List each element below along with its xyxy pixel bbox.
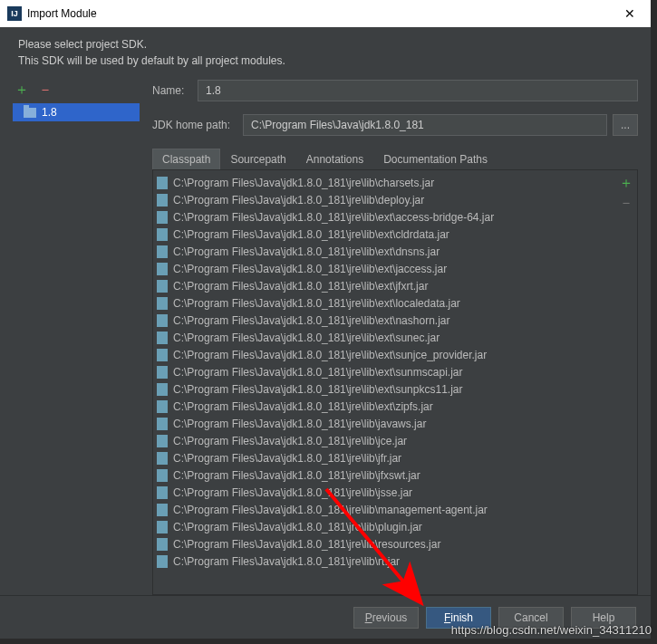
classpath-row[interactable]: C:\Program Files\Java\jdk1.8.0_181\jre\l… [153, 174, 615, 191]
instructions: Please select project SDK. This SDK will… [0, 27, 651, 80]
name-label: Name: [152, 84, 198, 97]
window-title: Import Module [27, 7, 616, 20]
jar-icon [157, 211, 168, 224]
classpath-row[interactable]: C:\Program Files\Java\jdk1.8.0_181\jre\l… [153, 501, 615, 518]
classpath-row[interactable]: C:\Program Files\Java\jdk1.8.0_181\jre\l… [153, 553, 615, 570]
classpath-path: C:\Program Files\Java\jdk1.8.0_181\jre\l… [173, 245, 440, 258]
classpath-path: C:\Program Files\Java\jdk1.8.0_181\jre\l… [173, 435, 407, 447]
classpath-row[interactable]: C:\Program Files\Java\jdk1.8.0_181\jre\l… [153, 277, 615, 294]
sdk-item-label: 1.8 [42, 106, 57, 119]
jar-icon [157, 263, 168, 275]
jar-icon [157, 452, 168, 465]
jar-icon [157, 349, 168, 361]
jdk-home-input[interactable] [243, 114, 607, 136]
tab-documentation-paths[interactable]: Documentation Paths [373, 149, 498, 169]
jar-icon [157, 383, 168, 396]
classpath-row[interactable]: C:\Program Files\Java\jdk1.8.0_181\jre\l… [153, 208, 615, 226]
classpath-path: C:\Program Files\Java\jdk1.8.0_181\jre\l… [173, 263, 447, 275]
classpath-path: C:\Program Files\Java\jdk1.8.0_181\jre\l… [173, 418, 426, 430]
previous-button[interactable]: Previous [353, 607, 419, 629]
name-input[interactable] [198, 80, 638, 101]
classpath-path: C:\Program Files\Java\jdk1.8.0_181\jre\l… [173, 521, 422, 533]
jar-icon [157, 400, 168, 413]
classpath-path: C:\Program Files\Java\jdk1.8.0_181\jre\l… [173, 538, 440, 551]
sdk-details-panel: Name: JDK home path: ... Classpath Sourc… [152, 80, 638, 595]
classpath-path: C:\Program Files\Java\jdk1.8.0_181\jre\l… [173, 297, 460, 310]
classpath-row[interactable]: C:\Program Files\Java\jdk1.8.0_181\jre\l… [153, 329, 615, 346]
name-row: Name: [152, 80, 638, 101]
jdk-home-label: JDK home path: [152, 119, 243, 131]
classpath-path: C:\Program Files\Java\jdk1.8.0_181\jre\l… [173, 194, 424, 207]
jar-icon [157, 521, 168, 533]
classpath-row[interactable]: C:\Program Files\Java\jdk1.8.0_181\jre\l… [153, 415, 615, 432]
classpath-row[interactable]: C:\Program Files\Java\jdk1.8.0_181\jre\l… [153, 432, 615, 449]
remove-sdk-icon[interactable]: － [38, 82, 53, 97]
watermark: https://blog.csdn.net/weixin_34311210 [451, 623, 652, 637]
classpath-path: C:\Program Files\Java\jdk1.8.0_181\jre\l… [173, 211, 494, 224]
classpath-row[interactable]: C:\Program Files\Java\jdk1.8.0_181\jre\l… [153, 260, 615, 277]
classpath-row[interactable]: C:\Program Files\Java\jdk1.8.0_181\jre\l… [153, 518, 615, 535]
classpath-row[interactable]: C:\Program Files\Java\jdk1.8.0_181\jre\l… [153, 398, 615, 415]
body-area: ＋ － 1.8 Name: JDK home path: ... Cl [0, 80, 651, 595]
classpath-path: C:\Program Files\Java\jdk1.8.0_181\jre\l… [173, 280, 428, 293]
jar-icon [157, 538, 168, 551]
jar-icon [157, 228, 168, 241]
classpath-row[interactable]: C:\Program Files\Java\jdk1.8.0_181\jre\l… [153, 312, 615, 329]
classpath-row[interactable]: C:\Program Files\Java\jdk1.8.0_181\jre\l… [153, 243, 615, 260]
classpath-path: C:\Program Files\Java\jdk1.8.0_181\jre\l… [173, 469, 420, 482]
classpath-row[interactable]: C:\Program Files\Java\jdk1.8.0_181\jre\l… [153, 535, 615, 553]
jar-icon [157, 177, 168, 189]
classpath-path: C:\Program Files\Java\jdk1.8.0_181\jre\l… [173, 332, 440, 344]
classpath-list[interactable]: C:\Program Files\Java\jdk1.8.0_181\jre\l… [153, 170, 615, 594]
classpath-path: C:\Program Files\Java\jdk1.8.0_181\jre\l… [173, 400, 433, 413]
titlebar[interactable]: IJ Import Module ✕ [0, 0, 651, 27]
tab-annotations[interactable]: Annotations [296, 149, 373, 169]
sdk-toolbar: ＋ － [13, 80, 140, 100]
classpath-path: C:\Program Files\Java\jdk1.8.0_181\jre\l… [173, 504, 488, 516]
jar-icon [157, 245, 168, 258]
jar-icon [157, 194, 168, 207]
classpath-path: C:\Program Files\Java\jdk1.8.0_181\jre\l… [173, 349, 487, 361]
jar-icon [157, 504, 168, 516]
classpath-row[interactable]: C:\Program Files\Java\jdk1.8.0_181\jre\l… [153, 484, 615, 501]
jdk-home-row: JDK home path: ... [152, 114, 638, 136]
tab-sourcepath[interactable]: Sourcepath [220, 149, 295, 169]
add-classpath-icon[interactable]: ＋ [619, 176, 633, 190]
classpath-row[interactable]: C:\Program Files\Java\jdk1.8.0_181\jre\l… [153, 191, 615, 208]
classpath-row[interactable]: C:\Program Files\Java\jdk1.8.0_181\jre\l… [153, 226, 615, 243]
jar-icon [157, 366, 168, 379]
folder-icon [24, 108, 36, 118]
sdk-item-1-8[interactable]: 1.8 [13, 103, 140, 121]
classpath-row[interactable]: C:\Program Files\Java\jdk1.8.0_181\jre\l… [153, 346, 615, 363]
classpath-path: C:\Program Files\Java\jdk1.8.0_181\jre\l… [173, 555, 400, 568]
classpath-row[interactable]: C:\Program Files\Java\jdk1.8.0_181\jre\l… [153, 363, 615, 380]
jar-icon [157, 332, 168, 344]
app-icon: IJ [7, 6, 22, 21]
remove-classpath-icon[interactable]: － [619, 196, 633, 210]
jar-icon [157, 314, 168, 327]
classpath-row[interactable]: C:\Program Files\Java\jdk1.8.0_181\jre\l… [153, 449, 615, 466]
classpath-row[interactable]: C:\Program Files\Java\jdk1.8.0_181\jre\l… [153, 380, 615, 398]
add-sdk-icon[interactable]: ＋ [14, 82, 29, 97]
classpath-path: C:\Program Files\Java\jdk1.8.0_181\jre\l… [173, 486, 412, 499]
classpath-path: C:\Program Files\Java\jdk1.8.0_181\jre\l… [173, 177, 434, 189]
jar-icon [157, 469, 168, 482]
classpath-path: C:\Program Files\Java\jdk1.8.0_181\jre\l… [173, 366, 462, 379]
jar-icon [157, 280, 168, 293]
classpath-list-area: C:\Program Files\Java\jdk1.8.0_181\jre\l… [152, 170, 638, 595]
browse-button[interactable]: ... [613, 114, 638, 136]
classpath-toolbar: ＋ － [615, 170, 637, 594]
classpath-path: C:\Program Files\Java\jdk1.8.0_181\jre\l… [173, 314, 449, 327]
sdk-tree[interactable]: 1.8 [13, 103, 140, 121]
instruction-line-1: Please select project SDK. [18, 36, 633, 53]
jar-icon [157, 435, 168, 447]
tab-classpath[interactable]: Classpath [152, 149, 220, 169]
classpath-row[interactable]: C:\Program Files\Java\jdk1.8.0_181\jre\l… [153, 466, 615, 484]
tabs: Classpath Sourcepath Annotations Documen… [152, 149, 638, 170]
sdk-list-panel: ＋ － 1.8 [13, 80, 140, 595]
jar-icon [157, 555, 168, 568]
jar-icon [157, 297, 168, 310]
classpath-path: C:\Program Files\Java\jdk1.8.0_181\jre\l… [173, 383, 462, 396]
classpath-row[interactable]: C:\Program Files\Java\jdk1.8.0_181\jre\l… [153, 294, 615, 312]
close-icon[interactable]: ✕ [616, 6, 643, 21]
